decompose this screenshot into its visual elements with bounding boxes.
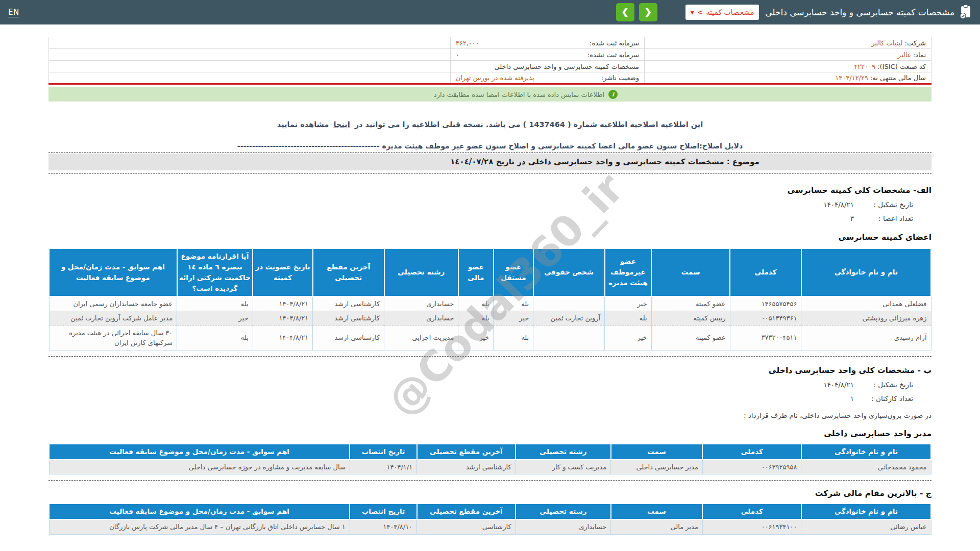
column-header: اهم سوابق - مدت زمان/محل و موضوع سابقه ف… bbox=[49, 248, 177, 296]
field-label: شرکت: bbox=[905, 39, 926, 47]
table-row: نماد: غالبر سرمایه ثبت نشده: ۰ bbox=[49, 49, 932, 61]
unregistered-capital-cell: سرمایه ثبت نشده: ۰ bbox=[450, 49, 644, 61]
dashed-divider bbox=[48, 480, 932, 481]
field-value: ۴۶۲,۰۰۰ bbox=[456, 39, 479, 47]
column-header: نام و نام خانوادگی bbox=[801, 504, 931, 519]
table-cell: فضلعلی همدانی bbox=[801, 296, 931, 311]
field-label: وضعیت ناشر: bbox=[601, 74, 639, 82]
table-cell: کارشناسی ارشد bbox=[417, 460, 516, 474]
company-cell: شرکت: لبنیات کالبر bbox=[645, 37, 932, 49]
table-cell: ۱۴۶۵۵۷۵۴۵۶ bbox=[730, 296, 801, 311]
cfo-table: نام و نام خانوادگیکدملیسمترشته تحصیلیآخر… bbox=[48, 503, 932, 534]
table-cell: بله bbox=[605, 311, 652, 326]
column-header: رشته تحصیلی bbox=[516, 504, 611, 519]
table-row: آرام رشیدی۳۷۳۲۰۰۴۵۱۱عضو کمیتهخیربلهخیرمد… bbox=[49, 325, 931, 350]
column-header: سمت bbox=[611, 444, 703, 460]
field-row: تاریخ تشکیل : ۱۴۰۴/۸/۲۱ bbox=[48, 378, 932, 392]
table-cell: ۰۰۶۳۹۲۵۹۵۸ bbox=[702, 460, 801, 474]
column-header: اهم سوابق - مدت زمان/محل و موضوع سابقه ف… bbox=[49, 444, 350, 460]
column-header: سمت bbox=[651, 248, 730, 296]
amendment-reasons: دلایل اصلاح:اصلاح ستون عضو مالی اعضا کمی… bbox=[48, 142, 932, 150]
field-label: تعداد اعضا : bbox=[862, 212, 913, 226]
field-label: سرمایه ثبت نشده: bbox=[587, 51, 639, 59]
field-label: کد صنعت (ISIC): bbox=[877, 63, 926, 70]
table-row: سال مالی منتهی به: ۱۴۰۴/۱۲/۲۹ وضعیت ناشر… bbox=[49, 72, 932, 84]
language-switch-link[interactable]: EN bbox=[8, 8, 19, 17]
field-label: سرمایه ثبت شده: bbox=[590, 39, 639, 47]
table-row: شرکت: لبنیات کالبر سرمایه ثبت شده: ۴۶۲,۰… bbox=[49, 37, 932, 49]
next-report-button[interactable]: ❮ bbox=[639, 3, 657, 21]
previous-report-button[interactable]: ❯ bbox=[616, 3, 634, 21]
field-value: غالبر bbox=[898, 51, 911, 59]
table-row: کد صنعت (ISIC): ۴۲۲۰۰۹ مشخصات کمیته حساب… bbox=[49, 61, 932, 72]
table-cell: ۱۴۰۴/۸/۲۱ bbox=[253, 296, 313, 311]
column-header: آخرین مقطع تحصیلی bbox=[313, 248, 384, 296]
report-section-dropdown[interactable]: مشخصات کمیته < ▾ bbox=[685, 5, 760, 20]
internal-audit-manager-heading: مدیر واحد حسابرسی داخلی bbox=[48, 429, 932, 438]
dashed-divider bbox=[48, 152, 932, 153]
table-cell: کارشناسی ارشد bbox=[313, 311, 384, 326]
field-label: تاریخ تشکیل : bbox=[862, 198, 913, 212]
empty-cell bbox=[49, 49, 451, 61]
committee-members-heading: اعضای کمیته حسابرسی bbox=[48, 233, 932, 242]
table-cell: بله bbox=[494, 296, 533, 311]
section-c-title: ج - بالاترین مقام مالی شرکت bbox=[48, 489, 932, 498]
column-header: شخص حقوقی bbox=[533, 248, 605, 296]
field-value: ۱۴۰۴/۸/۲۱ bbox=[823, 378, 854, 392]
field-label: تعداد کارکنان : bbox=[862, 392, 913, 406]
column-header: آخرین مقطع تحصیلی bbox=[417, 444, 516, 460]
table-cell: حسابداری bbox=[384, 311, 458, 326]
table-cell: عباس رضائی bbox=[801, 519, 931, 534]
isic-cell: کد صنعت (ISIC): ۴۲۲۰۰۹ bbox=[645, 61, 932, 72]
section-b-fields: تاریخ تشکیل : ۱۴۰۴/۸/۲۱ تعداد کارکنان : … bbox=[48, 378, 932, 406]
previous-version-link[interactable]: اینجا bbox=[333, 120, 350, 129]
table-cell: آروین تجارت ثمین bbox=[533, 311, 605, 326]
issuer-status-cell: وضعیت ناشر: پذیرفته شده در بورس تهران bbox=[450, 72, 644, 84]
table-cell: ۰۰۵۱۳۴۹۳۶۱ bbox=[730, 311, 801, 326]
chevron-down-icon: ▾ bbox=[691, 8, 694, 16]
table-cell: ۳۰ سال سابقه اجرائی در هیئت مدیره شرکتها… bbox=[49, 325, 177, 350]
alert-text: اطلاعات نمایش داده شده با اطلاعات امضا ش… bbox=[434, 91, 604, 98]
field-label: مشخصات کمیته حسابرسی و واحد حسابرسی داخل… bbox=[495, 63, 640, 70]
table-cell: ۱۴۰۴/۸/۲۱ bbox=[253, 311, 313, 326]
symbol-cell: نماد: غالبر bbox=[645, 49, 932, 61]
table-row: فضلعلی همدانی۱۴۶۵۵۷۵۴۵۶عضو کمیتهخیربلهبل… bbox=[49, 296, 931, 311]
field-value: ۳ bbox=[850, 212, 854, 226]
table-cell: ۱ سال حسابرس داخلی اتاق بازرگانی تهران –… bbox=[49, 519, 350, 534]
notice-text: مشاهده نمایید bbox=[277, 120, 329, 129]
company-link[interactable]: لبنیات کالبر bbox=[871, 39, 902, 47]
committee-members-table: نام و نام خانوادگیکدملیسمتعضو غیرموظف هی… bbox=[48, 248, 932, 350]
table-row: محمود محمدخانی۰۰۶۳۹۲۵۹۵۸مدیر حسابرسی داخ… bbox=[49, 460, 931, 474]
column-header: تاریخ انتصاب bbox=[350, 504, 416, 519]
table-cell: ۳۷۳۲۰۰۴۵۱۱ bbox=[730, 325, 801, 350]
table-cell: خیر bbox=[605, 325, 652, 350]
audit-manager-table: نام و نام خانوادگیکدملیسمترشته تحصیلیآخر… bbox=[48, 443, 932, 474]
table-row: زهره میرزائی رودپشتی۰۰۵۱۳۴۹۳۶۱رییس کمیته… bbox=[49, 311, 931, 326]
dropdown-label: مشخصات کمیته bbox=[706, 8, 754, 16]
outsourcing-note: در صورت برون‌سپاری واحد حسابرسی داخلی، ن… bbox=[48, 410, 932, 421]
field-value: ۰ bbox=[456, 51, 459, 59]
column-header: رشته تحصیلی bbox=[384, 248, 458, 296]
table-cell: مدیریت اجرایی bbox=[384, 325, 458, 350]
table-cell: مدیر مالی bbox=[611, 519, 703, 534]
table-cell: رییس کمیته bbox=[651, 311, 730, 326]
header-row: نام و نام خانوادگیکدملیسمترشته تحصیلیآخر… bbox=[49, 444, 931, 460]
table-cell: بله bbox=[177, 296, 253, 311]
column-header: آیا اقرارنامه موضوع تبصره ٦ ماده ١٤ حاکم… bbox=[177, 248, 253, 296]
column-header: کدملی bbox=[702, 444, 801, 460]
table-cell: محمود محمدخانی bbox=[801, 460, 931, 474]
header-row: نام و نام خانوادگیکدملیسمترشته تحصیلیآخر… bbox=[49, 504, 931, 519]
table-cell: حسابداری bbox=[384, 296, 458, 311]
empty-cell bbox=[49, 72, 451, 84]
section-a-title: الف- مشخصات کلی کمیته حسابرسی bbox=[48, 186, 932, 195]
table-cell: بله bbox=[494, 325, 533, 350]
report-navigation: ❮ ❯ bbox=[616, 3, 657, 21]
field-label: تاریخ تشکیل : bbox=[862, 378, 913, 392]
table-cell: خیر bbox=[177, 311, 253, 326]
table-cell: مدیریت کسب و کار bbox=[516, 460, 611, 474]
field-label: نماد: bbox=[913, 51, 926, 59]
table-cell bbox=[533, 325, 605, 350]
column-header: نام و نام خانوادگی bbox=[801, 444, 931, 460]
table-cell: ۰۰۶۱۹۳۴۱۰۰ bbox=[702, 519, 801, 534]
empty-cell bbox=[49, 37, 451, 49]
